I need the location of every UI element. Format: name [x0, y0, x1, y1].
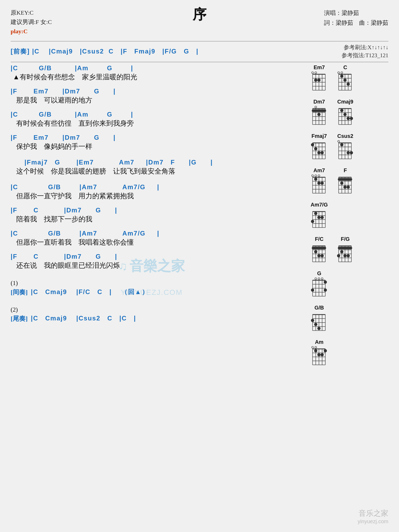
lyric-line-5: 这个时候 你是我温暖的翅膀 让我飞到最安全角落 [13, 167, 301, 176]
ref-strum-area: 参考刷法:X↑↓↑↓↑↓ 参考指法:T123_121 [342, 44, 388, 60]
section-chorus2d: |F C |Dm7 G | 还在说 我的眼眶里已经泪光闪烁 [11, 253, 301, 270]
top-divider [11, 41, 388, 42]
svg-point-68 [317, 151, 321, 154]
svg-point-139 [314, 250, 317, 253]
svg-point-11 [315, 72, 317, 73]
chord-c: C [335, 64, 356, 93]
chord-row-5: Am7/G [309, 202, 330, 230]
svg-point-199 [317, 353, 321, 356]
svg-point-80 [338, 140, 340, 142]
outro-label: [尾奏] [11, 314, 28, 323]
chord-g: G [309, 270, 330, 299]
footer-watermark: 音乐之家 yinyuezj.com [358, 508, 388, 525]
chord-gb: G/B [309, 305, 330, 333]
svg-point-201 [324, 349, 327, 352]
chord-em7: Em7 [309, 64, 330, 93]
prelude-line: [前奏] |C |Cmaj9 |Csus2 C |F Fmaj9 |F/G G … [11, 47, 198, 56]
svg-point-82 [347, 151, 350, 154]
svg-point-124 [314, 212, 317, 215]
svg-point-140 [317, 254, 321, 257]
svg-point-54 [347, 117, 350, 120]
svg-point-126 [321, 216, 324, 219]
svg-point-41 [317, 113, 321, 116]
original-key: 原KEY:C [11, 8, 52, 17]
svg-point-26 [340, 75, 343, 78]
section-chorus2c: |C G/B |Am7 Am7/G | 但愿你一直听着我 我唱着这歌你会懂 [11, 230, 301, 247]
svg-point-125 [317, 216, 321, 219]
svg-point-171 [324, 281, 327, 284]
chord-f: F [335, 167, 356, 196]
svg-point-25 [341, 72, 343, 73]
chord-fg: F/G [335, 236, 356, 265]
svg-point-27 [343, 79, 347, 82]
main-content: |C G/B |Am G | ▲有时候会有些想念 家乡里温暖的阳光 |F Em7… [11, 64, 388, 373]
performer: 演唱：梁静茹 [324, 8, 388, 18]
svg-rect-40 [312, 109, 326, 112]
svg-rect-110 [338, 178, 352, 181]
header: 原KEY:C 建议男调:F 女:C play:C 序 演唱：梁静茹 詞：梁静茹 … [11, 8, 388, 36]
chord-cmaj9: Cmaj9 [335, 99, 356, 127]
svg-point-184 [314, 323, 317, 326]
section-chorus: |Fmaj7 G |Em7 Am7 |Dm7 F |G | 这个时候 你是我温暖… [11, 159, 301, 176]
play-key: play:C [11, 27, 52, 36]
interlude-label: [间奏] [11, 288, 28, 296]
svg-point-168 [318, 278, 320, 279]
svg-point-197 [315, 346, 317, 348]
lyric-line-4: 保护我 像妈妈的手一样 [13, 142, 301, 151]
svg-point-95 [315, 175, 317, 176]
chord-csus2: Csus2 [335, 133, 356, 162]
svg-point-169 [321, 278, 323, 279]
header-left: 原KEY:C 建议男调:F 女:C play:C [11, 8, 52, 36]
score-area: |C G/B |Am G | ▲有时候会有些想念 家乡里温暖的阳光 |F Em7… [11, 64, 306, 373]
lyric-line-8: 但愿你一直听着我 我唱着这歌你会懂 [13, 238, 301, 247]
lyric-line-1: ▲有时候会有些想念 家乡里温暖的阳光 [13, 72, 301, 82]
svg-rect-138 [312, 247, 326, 249]
ref-finger: 参考指法:T123_121 [342, 52, 388, 59]
lyric-line-7: 陪着我 找那下一步的我 [13, 215, 301, 224]
chord-row-6: F/C [309, 236, 356, 265]
lyric-line-9: 还在说 我的眼眶里已经泪光闪烁 [13, 261, 301, 270]
svg-point-111 [340, 182, 343, 185]
chord-line-5: |Fmaj7 G |Em7 Am7 |Dm7 F |G | [11, 159, 301, 166]
svg-point-12 [314, 79, 317, 82]
svg-point-81 [340, 143, 343, 146]
svg-point-183 [311, 319, 314, 322]
page: 原KEY:C 建议男调:F 女:C play:C 序 演唱：梁静茹 詞：梁静茹 … [0, 0, 399, 532]
lyricist: 詞：梁静茹 曲：梁静茹 [324, 18, 388, 28]
lyric-line-3: 有时候会有些彷徨 直到你来到我身旁 [13, 119, 301, 128]
svg-point-83 [350, 151, 353, 154]
section-interlude: (1) [间奏] |C Cmaj9 |F/C C | （回▲） [11, 280, 301, 297]
song-title: 序 [193, 5, 206, 24]
footer-text2: yinyuezj.com [358, 518, 388, 525]
chord-fc: F/C [309, 236, 330, 265]
chord-am: Am [309, 339, 330, 368]
outro-chords: |C Cmaj9 |Csus2 C |C | [31, 315, 136, 322]
svg-point-185 [317, 327, 321, 330]
svg-point-98 [317, 182, 321, 185]
header-right: 演唱：梁静茹 詞：梁静茹 曲：梁静茹 [324, 8, 388, 28]
outro-paren: (2) [11, 306, 301, 313]
svg-point-53 [343, 113, 347, 116]
interlude-chords: |C Cmaj9 |F/C C | （回▲） [31, 288, 149, 296]
svg-point-127 [311, 220, 314, 223]
chord-row-9: Am [309, 339, 330, 368]
chord-fmaj7: Fmaj7 [309, 133, 330, 162]
svg-point-52 [340, 109, 343, 112]
chord-row-1: Em7 [309, 64, 356, 93]
svg-point-10 [312, 72, 314, 73]
svg-point-96 [318, 175, 320, 176]
svg-point-198 [314, 349, 317, 352]
svg-point-24 [338, 72, 340, 73]
chord-line-6: |C G/B |Am7 Am7/G | [11, 183, 301, 191]
section-chorus2a: |C G/B |Am7 Am7/G | 但愿你一直守护我 用力的紧紧拥抱我 [11, 183, 301, 201]
svg-point-172 [324, 288, 327, 292]
svg-point-13 [317, 79, 321, 82]
svg-point-112 [343, 185, 347, 189]
chord-am7: Am7 [309, 167, 330, 196]
chord-row-4: Am7 [309, 167, 356, 196]
svg-point-200 [321, 353, 324, 356]
ref-strum: 参考刷法:X↑↓↑↓↑↓ [342, 44, 388, 51]
chord-line-4: |F Em7 |Dm7 G | [11, 134, 301, 141]
svg-point-153 [340, 250, 343, 253]
svg-point-113 [347, 185, 350, 189]
